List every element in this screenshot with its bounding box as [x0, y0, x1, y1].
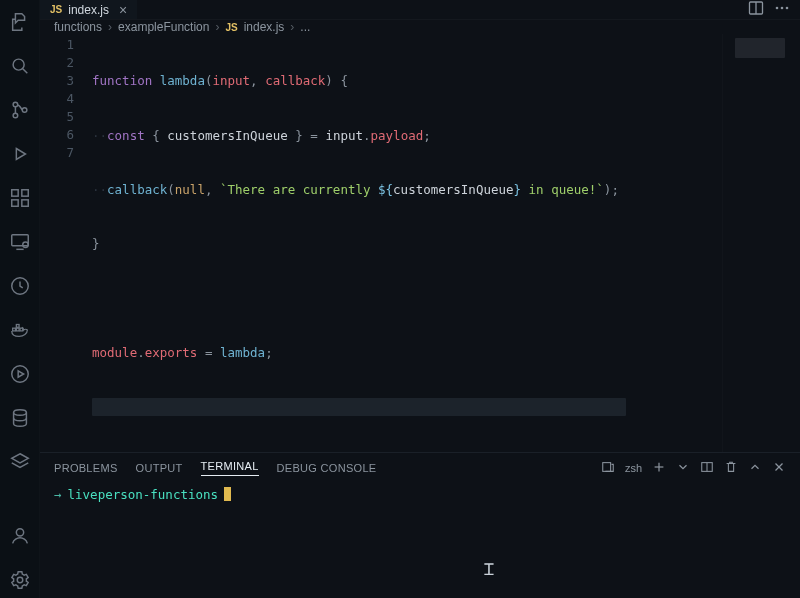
svg-point-2	[13, 102, 18, 107]
svg-point-3	[13, 113, 18, 118]
svg-rect-13	[12, 328, 15, 331]
svg-line-1	[22, 69, 27, 74]
breadcrumb-seg[interactable]: functions	[54, 20, 102, 34]
svg-rect-6	[11, 190, 17, 196]
main-area: JS index.js × functions › exampleFunctio…	[40, 0, 800, 598]
extensions-icon[interactable]	[0, 180, 40, 216]
chevron-right-icon: ›	[108, 20, 112, 34]
close-panel-icon[interactable]	[772, 460, 786, 476]
svg-point-0	[13, 59, 24, 70]
svg-point-11	[22, 242, 28, 248]
launch-profile-icon[interactable]	[601, 460, 615, 476]
bottom-panel: PROBLEMS OUTPUT TERMINAL DEBUG CONSOLE z…	[40, 452, 800, 598]
js-file-icon: JS	[50, 4, 62, 15]
panel-tab-bar: PROBLEMS OUTPUT TERMINAL DEBUG CONSOLE z…	[40, 453, 800, 483]
database-icon[interactable]	[0, 400, 40, 436]
tab-filename: index.js	[68, 3, 109, 17]
terminal-body[interactable]: →liveperson-functions Ꮖ	[40, 483, 800, 598]
tab-output[interactable]: OUTPUT	[136, 462, 183, 474]
svg-point-27	[786, 7, 789, 10]
text-cursor-icon: Ꮖ	[484, 561, 495, 579]
terminal-cursor	[224, 487, 231, 501]
svg-rect-10	[11, 235, 28, 246]
js-file-icon: JS	[225, 22, 237, 33]
svg-marker-18	[18, 371, 24, 377]
code-content[interactable]: function lambda(input, callback) { ··con…	[92, 34, 722, 452]
code-editor[interactable]: 1 2 3 4 5 6 7 function lambda(input, cal…	[40, 34, 800, 452]
tab-terminal[interactable]: TERMINAL	[201, 460, 259, 476]
docker-icon[interactable]	[0, 312, 40, 348]
account-icon[interactable]	[0, 518, 40, 554]
chevron-up-icon[interactable]	[748, 460, 762, 476]
svg-rect-9	[21, 190, 27, 196]
svg-point-19	[13, 410, 26, 416]
svg-point-17	[11, 366, 28, 383]
more-actions-icon[interactable]	[774, 0, 790, 19]
editor-tab-bar: JS index.js ×	[40, 0, 800, 20]
tab-debug-console[interactable]: DEBUG CONSOLE	[277, 462, 377, 474]
terminal-shell-label[interactable]: zsh	[625, 462, 642, 474]
svg-rect-14	[16, 328, 19, 331]
timeline-icon[interactable]	[0, 268, 40, 304]
prompt-arrow-icon: →	[54, 487, 62, 502]
source-control-icon[interactable]	[0, 92, 40, 128]
split-terminal-icon[interactable]	[700, 460, 714, 476]
line-number-gutter: 1 2 3 4 5 6 7	[40, 34, 92, 452]
tab-problems[interactable]: PROBLEMS	[54, 462, 118, 474]
svg-marker-20	[11, 454, 28, 463]
play-circle-icon[interactable]	[0, 356, 40, 392]
close-tab-icon[interactable]: ×	[119, 2, 127, 18]
svg-rect-8	[21, 200, 27, 206]
activity-bar	[0, 0, 40, 598]
prompt-cwd: liveperson-functions	[68, 487, 219, 502]
svg-rect-28	[603, 463, 611, 472]
breadcrumb-seg[interactable]: index.js	[244, 20, 285, 34]
breadcrumb-seg[interactable]: exampleFunction	[118, 20, 209, 34]
trash-icon[interactable]	[724, 460, 738, 476]
explorer-icon[interactable]	[0, 4, 40, 40]
chevron-right-icon: ›	[290, 20, 294, 34]
svg-rect-16	[16, 325, 19, 328]
current-line-highlight	[92, 398, 626, 416]
chevron-right-icon: ›	[215, 20, 219, 34]
svg-point-4	[22, 108, 27, 113]
run-debug-icon[interactable]	[0, 136, 40, 172]
layers-icon[interactable]	[0, 444, 40, 480]
split-editor-icon[interactable]	[748, 0, 764, 19]
svg-point-22	[17, 577, 23, 583]
chevron-down-icon[interactable]	[676, 460, 690, 476]
svg-point-26	[781, 7, 784, 10]
new-terminal-icon[interactable]	[652, 460, 666, 476]
svg-point-21	[16, 529, 23, 536]
remote-explorer-icon[interactable]	[0, 224, 40, 260]
minimap[interactable]	[722, 34, 800, 452]
settings-gear-icon[interactable]	[0, 562, 40, 598]
svg-rect-7	[11, 200, 17, 206]
editor-tab[interactable]: JS index.js ×	[40, 0, 137, 19]
svg-marker-5	[16, 149, 25, 160]
svg-point-25	[776, 7, 779, 10]
breadcrumb[interactable]: functions › exampleFunction › JS index.j…	[40, 20, 800, 34]
search-icon[interactable]	[0, 48, 40, 84]
breadcrumb-seg[interactable]: ...	[300, 20, 310, 34]
